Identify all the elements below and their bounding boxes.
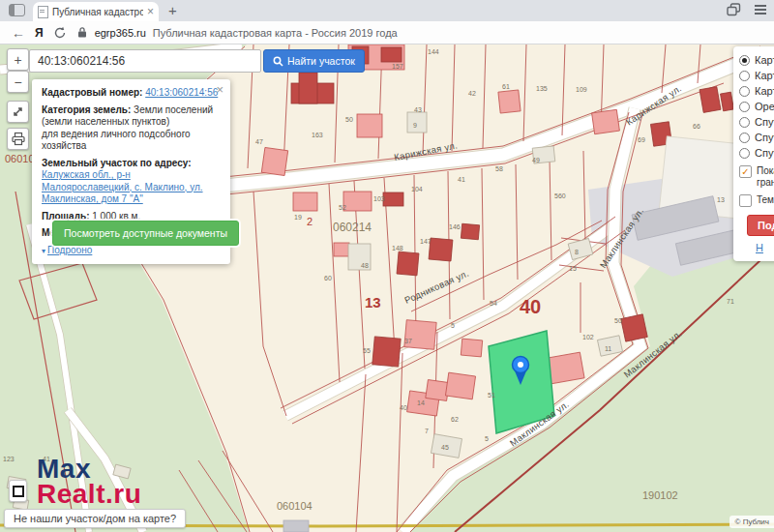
not-found-question[interactable]: Не нашли участок/дом на карте?: [4, 509, 186, 528]
building: [498, 90, 521, 113]
radio-icon[interactable]: [739, 102, 750, 112]
parcel-number: 58: [495, 165, 503, 172]
tab-close-icon[interactable]: ×: [147, 6, 154, 17]
parcel-number: 135: [536, 85, 548, 92]
building: [283, 520, 309, 532]
refresh-icon[interactable]: [53, 26, 67, 40]
layer-option-label: Спут: [755, 116, 774, 128]
building: [261, 147, 287, 175]
quarter-label: 06010: [5, 153, 35, 164]
area-label: Площадь:: [42, 211, 89, 222]
url-domain: egrp365.ru: [95, 27, 146, 39]
parcel-number: 41: [43, 456, 50, 462]
parcel-number: 69: [638, 136, 645, 143]
browser-menu-icon[interactable]: [755, 5, 766, 15]
back-icon[interactable]: ←: [12, 26, 25, 40]
parcel-number: 71: [727, 298, 734, 305]
parcel-number: 60: [324, 275, 332, 281]
layer-option[interactable]: Спут: [739, 116, 774, 128]
building: [404, 320, 436, 350]
parcel-number: 157: [392, 63, 403, 70]
fullscreen-button[interactable]: [7, 101, 29, 123]
details-toggle[interactable]: ▾Подробно: [42, 245, 92, 255]
yandex-icon[interactable]: Я: [35, 26, 44, 40]
address-link[interactable]: Калужская обл., р-н Малоярославецкий, с.…: [42, 169, 203, 204]
layer-checkbox-label: Пока гран: [757, 165, 774, 188]
quarter-label: 060214: [333, 221, 372, 234]
url-text[interactable]: egrp365.ru Публичная кадастровая карта -…: [76, 26, 398, 39]
watermark-square-button[interactable]: [9, 480, 27, 502]
building: [299, 73, 317, 103]
checkbox-icon[interactable]: ✓: [739, 165, 752, 178]
parcel-number: 5: [485, 435, 489, 442]
parcel-number: 48: [361, 262, 369, 269]
layer-option-label: Карт: [755, 85, 774, 97]
radio-icon[interactable]: [739, 86, 750, 97]
layer-option[interactable]: Карт: [739, 54, 774, 66]
search-input[interactable]: [29, 49, 261, 73]
parcel-number: 50: [345, 116, 353, 123]
layer-option[interactable]: Ope: [739, 101, 774, 112]
url-page-title: Публичная кадастровая карта - Россия 201…: [153, 27, 398, 39]
building: [357, 114, 382, 137]
layer-option[interactable]: Карт: [739, 85, 774, 97]
building: [592, 109, 620, 133]
layer-option-label: Карт: [755, 54, 774, 66]
building: [343, 192, 372, 211]
parcel-number: 66: [693, 123, 700, 130]
panel-link[interactable]: Н: [756, 242, 774, 253]
radio-icon[interactable]: [739, 71, 750, 81]
parcel-number: 54: [490, 300, 497, 307]
tab-groups-icon[interactable]: [727, 3, 741, 16]
checkbox-icon[interactable]: [739, 194, 752, 207]
parcel-number: 7: [425, 428, 429, 434]
square-icon: [13, 486, 24, 497]
map-attribution: © Публич: [729, 516, 774, 528]
parcel-number: 62: [451, 416, 459, 423]
parcel-number: 14: [417, 399, 425, 406]
zoom-in-button[interactable]: +: [7, 48, 29, 71]
radio-icon[interactable]: [739, 55, 750, 66]
browser-tab[interactable]: Публичная кадастрова ×: [33, 2, 159, 21]
parcel-number: 51: [488, 392, 495, 399]
details-link[interactable]: Подробно: [47, 245, 92, 255]
layer-checkbox[interactable]: Тема: [739, 194, 774, 207]
radio-icon[interactable]: [739, 117, 750, 128]
parcel-number: 560: [554, 192, 566, 199]
layer-checkbox[interactable]: ✓Пока гран: [739, 165, 774, 188]
parcel-number: 55: [363, 347, 371, 354]
cadastral-number-link[interactable]: 40:13:060214:56: [145, 87, 218, 98]
parcel-number: 43: [414, 106, 422, 113]
parcel-number: 146: [449, 223, 461, 230]
parcel-number: 148: [392, 245, 403, 251]
parcel-number: 103: [373, 195, 385, 202]
building: [461, 223, 479, 240]
parcel-number: 9: [413, 122, 417, 129]
print-button[interactable]: [7, 128, 29, 150]
expand-icon: [11, 104, 25, 119]
new-tab-button[interactable]: +: [168, 2, 177, 18]
land-category-label: Категория земель:: [42, 104, 131, 115]
land-use-value: для ведения личного подсобного хозяйства: [42, 129, 191, 152]
find-parcel-label: Найти участок: [287, 55, 355, 67]
layer-option-label: Ope: [755, 101, 774, 112]
layer-option[interactable]: Карт: [739, 70, 774, 81]
find-parcel-button[interactable]: Найти участок: [263, 49, 365, 73]
layer-option[interactable]: Спут: [739, 132, 774, 143]
parcel-number: 40: [400, 404, 407, 411]
search-bar: Найти участок: [29, 49, 365, 73]
popup-close-icon[interactable]: ×: [216, 83, 223, 96]
panel-action-button[interactable]: Подр: [747, 215, 774, 236]
zoom-out-button[interactable]: −: [7, 71, 29, 93]
sidebar-toggle-icon[interactable]: [9, 4, 25, 16]
radio-icon[interactable]: [739, 148, 750, 159]
layer-option-label: Спут: [755, 132, 774, 143]
parcel-number: 42: [468, 90, 476, 97]
parcel-number: 61: [502, 83, 510, 90]
view-documents-button[interactable]: Посмотреть доступные документы: [52, 221, 239, 246]
layer-options: КартКартКартOpeСпутСпутСпут: [739, 54, 774, 159]
page-favicon-icon: [38, 6, 48, 18]
layer-option[interactable]: Спут: [739, 147, 774, 159]
building: [621, 314, 647, 341]
radio-icon[interactable]: [739, 133, 750, 143]
